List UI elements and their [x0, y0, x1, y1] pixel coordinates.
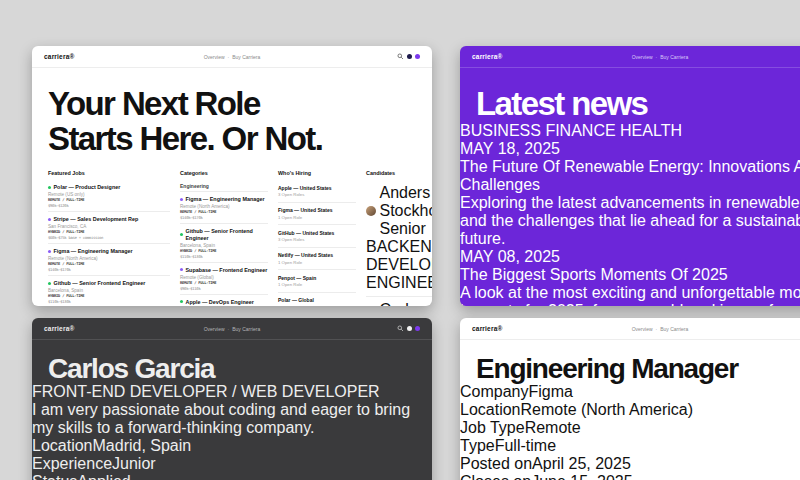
field-row: Posted onApril 25, 2025 — [460, 455, 800, 473]
job-salary: $90k–$110k — [180, 286, 268, 291]
search-icon[interactable] — [397, 53, 404, 60]
page-title: Carlos Garcia — [48, 354, 416, 383]
theme-dot-purple-icon[interactable] — [415, 54, 420, 59]
company-dot-icon — [180, 198, 183, 201]
field-value: June 15, 2025 — [531, 473, 632, 480]
job-listing[interactable]: Github — Senior Frontend Engineer Barcel… — [180, 224, 268, 262]
news-layout: BUSINESS FINANCE HEALTH MAY 18, 2025 The… — [460, 122, 800, 306]
nav-buy-link[interactable]: Buy Carriera — [660, 326, 688, 332]
job-title: Figma — Engineering Manager — [54, 248, 133, 254]
job-location: Remote (US only) — [48, 192, 170, 197]
job-listing[interactable]: Supabase — Frontend Engineer Remote (Glo… — [180, 263, 268, 295]
job-title: Figma — Engineering Manager — [186, 196, 265, 202]
job-meta: REMOTE / FULL-TIME — [180, 210, 268, 214]
profile-layout: FRONT-END DEVELOPER / WEB DEVELOPER I am… — [32, 383, 432, 480]
job-listing[interactable]: Apple — DevOps Engineer Remote REMOTE / … — [180, 295, 268, 306]
candidate-card[interactable]: Anders Johansson Stockholm, Sweden / Sen… — [366, 180, 432, 297]
category-group-label[interactable]: Engineering — [180, 180, 268, 192]
filter-finance[interactable]: FINANCE — [545, 122, 615, 139]
field-value: Remote (North America) — [521, 401, 694, 418]
theme-dot-dark-icon[interactable] — [407, 54, 412, 59]
job-detail-sidebar: CompanyFigma LocationRemote (North Ameri… — [460, 383, 800, 480]
job-listing[interactable]: Figma — Engineering Manager Remote (Nort… — [48, 244, 170, 276]
column-heading: Candidates — [366, 170, 432, 180]
candidate-card[interactable]: Carlos Garcia Madrid, Spain / Junior FRO… — [366, 297, 432, 306]
field-label: Location — [460, 401, 521, 418]
news-date: MAY 08, 2025 — [460, 248, 800, 266]
field-value: Full-time — [495, 437, 556, 454]
hiring-company[interactable]: Penpot — Spain1 Open Role — [278, 270, 356, 293]
job-meta: REMOTE / FULL-TIME — [180, 281, 268, 285]
field-label: Closes on — [460, 473, 531, 480]
field-label: Status — [32, 473, 77, 480]
job-title: Github — Senior Frontend Engineer — [54, 280, 146, 286]
hiring-company[interactable]: Netlify — United States1 Open Role — [278, 248, 356, 271]
company-dot-icon — [48, 250, 51, 253]
company-name: Polar — Global — [278, 297, 356, 303]
nav-buy-link[interactable]: Buy Carriera — [232, 326, 260, 332]
hiring-company[interactable]: Figma — United States1 Open Role — [278, 203, 356, 226]
job-listing[interactable]: Figma — Engineering Manager Remote (Nort… — [180, 192, 268, 224]
nav-overview-link[interactable]: Overview — [204, 54, 225, 60]
job-meta: HYBRID / FULL-TIME — [180, 249, 268, 253]
window-header: carriera® Overview · Buy Carriera — [460, 46, 800, 68]
nav-separator: · — [228, 54, 230, 60]
hiring-company[interactable]: Polar — Global5 Open Roles — [278, 293, 356, 306]
company-dot-icon — [180, 300, 183, 303]
window-header: carriera® Overview · Buy Carriera — [460, 318, 800, 340]
candidates-column: Candidates Anders Johansson Stockholm, S… — [366, 170, 432, 306]
nav-separator: · — [656, 326, 658, 332]
page-title: Your Next Role Starts Here. Or Not. — [48, 87, 416, 156]
nav-overview-link[interactable]: Overview — [204, 326, 225, 332]
jobs-overview-window: carriera® Overview · Buy Carriera Your N… — [32, 46, 432, 306]
open-roles: 5 Open Roles — [278, 305, 356, 306]
search-icon[interactable] — [397, 325, 404, 332]
job-detail-layout: CompanyFigma LocationRemote (North Ameri… — [460, 383, 800, 480]
company-name: Penpot — Spain — [278, 275, 356, 281]
job-detail-window: carriera® Overview · Buy Carriera Engine… — [460, 318, 800, 480]
nav-buy-link[interactable]: Buy Carriera — [232, 54, 260, 60]
hiring-company[interactable]: Apple — United States3 Open Roles — [278, 180, 356, 203]
job-listing[interactable]: Polar — Product Designer Remote (US only… — [48, 180, 170, 212]
job-listing[interactable]: Github — Senior Frontend Engineer Barcel… — [48, 276, 170, 306]
candidate-profile-window: carriera® Overview · Buy Carriera Carlos… — [32, 318, 432, 480]
carriera-logo: carriera® — [472, 53, 502, 60]
news-window: carriera® Overview · Buy Carriera Latest… — [460, 46, 800, 306]
job-listing[interactable]: Stripe — Sales Development Rep San Franc… — [48, 212, 170, 244]
nav-buy-link[interactable]: Buy Carriera — [660, 54, 688, 60]
field-row: LocationRemote (North America) — [460, 401, 800, 419]
job-salary: $110k–$130k — [180, 254, 268, 259]
nav-overview-link[interactable]: Overview — [632, 54, 653, 60]
job-location: Remote (Global) — [180, 275, 268, 280]
company-dot-icon — [48, 218, 51, 221]
news-date: MAY 18, 2025 — [460, 140, 800, 158]
news-title: The Biggest Sports Moments Of 2025 — [460, 266, 800, 284]
theme-dot-purple-icon[interactable] — [415, 326, 420, 331]
news-item[interactable]: MAY 18, 2025 The Future Of Renewable Ene… — [460, 140, 800, 248]
company-dot-icon — [180, 268, 183, 271]
filter-health[interactable]: HEALTH — [620, 122, 682, 139]
window-header: carriera® Overview · Buy Carriera — [32, 46, 432, 68]
field-label: Location — [32, 437, 93, 454]
job-location: Remote (North America) — [180, 204, 268, 209]
theme-dot-light-icon[interactable] — [407, 326, 412, 331]
filter-business[interactable]: BUSINESS — [460, 122, 541, 139]
skill-tag: BACKEND DEVELOPER — [366, 238, 432, 273]
candidate-location: Stockholm, Sweden / Senior — [380, 202, 433, 238]
job-location: Barcelona, Spain — [180, 243, 268, 248]
nav-overview-link[interactable]: Overview — [632, 326, 653, 332]
job-title: Stripe — Sales Development Rep — [54, 216, 139, 222]
news-item[interactable]: MAY 08, 2025 The Biggest Sports Moments … — [460, 248, 800, 306]
job-location: Barcelona, Spain — [48, 288, 170, 293]
company-name: Figma — United States — [278, 207, 356, 213]
hiring-company[interactable]: GitHub — United States3 Open Roles — [278, 225, 356, 248]
field-value: Madrid, Spain — [93, 437, 192, 454]
jobs-columns: Featured Jobs Polar — Product Designer R… — [48, 170, 416, 306]
window-header: carriera® Overview · Buy Carriera — [32, 318, 432, 340]
news-title: The Future Of Renewable Energy: Innovati… — [460, 158, 800, 194]
carriera-logo: carriera® — [472, 325, 502, 332]
job-meta: HYBRID / FULL-TIME — [48, 230, 170, 234]
field-value: Figma — [528, 383, 572, 400]
open-roles: 3 Open Roles — [278, 192, 356, 197]
field-value: Junior — [112, 455, 156, 472]
